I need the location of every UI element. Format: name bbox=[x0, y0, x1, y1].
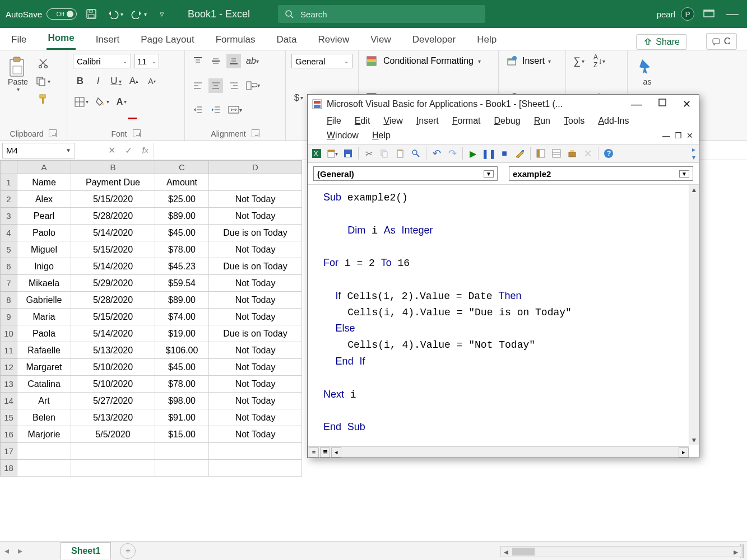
select-all-corner[interactable] bbox=[1, 161, 17, 174]
toolbar-overflow-icon[interactable]: ▸▾ bbox=[692, 146, 695, 161]
increase-font-icon[interactable]: A▴ bbox=[127, 74, 141, 88]
table-header-cell[interactable]: Name bbox=[17, 174, 71, 191]
redo-icon[interactable]: ▾ bbox=[129, 5, 147, 23]
qat-customize-icon[interactable]: ▿ bbox=[153, 5, 171, 23]
cell[interactable]: $74.00 bbox=[155, 309, 209, 325]
row-header[interactable]: 3 bbox=[1, 208, 17, 225]
row-header[interactable]: 4 bbox=[1, 225, 17, 241]
cell[interactable]: 5/28/2020 bbox=[71, 208, 155, 225]
cell[interactable]: $89.00 bbox=[155, 292, 209, 309]
cell[interactable]: Due is on Today bbox=[209, 325, 302, 342]
sort-filter-icon[interactable]: AZ↓▾ bbox=[592, 54, 607, 68]
column-header[interactable]: D bbox=[209, 161, 302, 174]
cell[interactable]: $106.00 bbox=[155, 342, 209, 359]
font-dialog-launcher[interactable] bbox=[133, 129, 141, 137]
vba-menu-add-ins[interactable]: Add-Ins bbox=[598, 116, 629, 126]
cell[interactable]: 5/14/2020 bbox=[71, 225, 155, 241]
cell[interactable]: Belen bbox=[17, 409, 71, 426]
row-header[interactable]: 1 bbox=[1, 174, 17, 191]
scroll-right-icon[interactable]: ▸ bbox=[731, 547, 741, 557]
cell[interactable]: Paolo bbox=[17, 225, 71, 241]
alignment-dialog-launcher[interactable] bbox=[252, 129, 259, 137]
cell[interactable]: $45.00 bbox=[155, 225, 209, 241]
save-icon[interactable] bbox=[82, 5, 100, 23]
vba-sub-close-icon[interactable]: ✕ bbox=[686, 131, 693, 140]
cell[interactable]: 5/29/2020 bbox=[71, 275, 155, 292]
wrap-text-icon[interactable]: ▾ bbox=[244, 78, 262, 93]
increase-indent-icon[interactable] bbox=[208, 102, 223, 117]
column-header[interactable]: B bbox=[71, 161, 155, 174]
cut-icon[interactable]: ✂ bbox=[363, 148, 374, 159]
cell[interactable]: Catalina bbox=[17, 376, 71, 393]
cell[interactable]: 5/14/2020 bbox=[71, 258, 155, 275]
cancel-formula-icon[interactable]: ✕ bbox=[103, 143, 120, 158]
cell[interactable]: Not Today bbox=[209, 426, 302, 443]
cell[interactable]: Not Today bbox=[209, 393, 302, 409]
cell[interactable] bbox=[209, 174, 302, 191]
fill-color-icon[interactable]: ▾ bbox=[94, 95, 111, 109]
search-box[interactable]: Search bbox=[278, 5, 485, 23]
cell[interactable] bbox=[209, 460, 302, 477]
ribbon-tab-page-layout[interactable]: Page Layout bbox=[140, 31, 195, 50]
row-header[interactable]: 12 bbox=[1, 359, 17, 376]
vba-title-bar[interactable]: Microsoft Visual Basic for Applications … bbox=[308, 95, 699, 114]
table-header-cell[interactable]: Payment Due bbox=[71, 174, 155, 191]
project-explorer-icon[interactable] bbox=[535, 148, 546, 159]
cell[interactable]: Mikaela bbox=[17, 275, 71, 292]
vba-view-full-icon[interactable]: ≡ bbox=[309, 447, 319, 458]
row-header[interactable]: 18 bbox=[1, 460, 17, 477]
cell[interactable]: Not Today bbox=[209, 376, 302, 393]
horizontal-scrollbar[interactable]: ◂ ▸ bbox=[500, 546, 741, 557]
cell[interactable]: $19.00 bbox=[155, 325, 209, 342]
cell[interactable]: Not Today bbox=[209, 275, 302, 292]
column-header[interactable]: A bbox=[17, 161, 71, 174]
cell[interactable]: Maria bbox=[17, 309, 71, 325]
autosave-toggle[interactable]: Off bbox=[47, 8, 77, 20]
scroll-left-icon[interactable]: ◂ bbox=[501, 547, 511, 557]
cell[interactable]: 5/15/2020 bbox=[71, 309, 155, 325]
cell[interactable] bbox=[17, 460, 71, 477]
minimize-icon[interactable]: — bbox=[723, 5, 741, 23]
enter-formula-icon[interactable]: ✓ bbox=[120, 143, 137, 158]
vba-menu-window[interactable]: Window bbox=[327, 130, 359, 141]
row-header[interactable]: 2 bbox=[1, 191, 17, 208]
align-center-icon[interactable] bbox=[208, 78, 223, 93]
cell[interactable]: Not Today bbox=[209, 241, 302, 258]
cell[interactable]: Paola bbox=[17, 325, 71, 342]
align-bottom-icon[interactable] bbox=[226, 54, 241, 68]
cell[interactable]: Due is on Today bbox=[209, 258, 302, 275]
vba-close-icon[interactable]: ✕ bbox=[683, 98, 691, 111]
undo-icon[interactable]: ▾ bbox=[106, 5, 124, 23]
cell[interactable]: 5/10/2020 bbox=[71, 376, 155, 393]
vba-minimize-icon[interactable]: — bbox=[631, 98, 642, 111]
row-header[interactable]: 6 bbox=[1, 258, 17, 275]
insert-module-icon[interactable]: ▾ bbox=[327, 148, 338, 159]
cell[interactable]: 5/10/2020 bbox=[71, 359, 155, 376]
align-middle-icon[interactable] bbox=[208, 54, 223, 68]
row-header[interactable]: 7 bbox=[1, 275, 17, 292]
ribbon-tab-developer[interactable]: Developer bbox=[411, 31, 457, 50]
cell[interactable]: Due is on Today bbox=[209, 225, 302, 241]
view-excel-icon[interactable]: X bbox=[311, 148, 322, 159]
vba-procedure-dropdown[interactable]: example2▼ bbox=[509, 166, 693, 181]
italic-button[interactable]: I bbox=[91, 74, 105, 88]
run-icon[interactable]: ▶ bbox=[467, 148, 479, 159]
ideas-button[interactable]: as bbox=[633, 54, 661, 88]
conditional-formatting-button[interactable]: Conditional Formatting bbox=[383, 56, 474, 66]
copy-icon[interactable]: ▾ bbox=[34, 74, 52, 88]
cell[interactable]: 5/27/2020 bbox=[71, 393, 155, 409]
autosum-icon[interactable]: ∑▾ bbox=[572, 54, 586, 68]
number-format-select[interactable]: General⌄ bbox=[291, 54, 352, 68]
format-painter-icon[interactable] bbox=[34, 92, 52, 106]
design-mode-icon[interactable] bbox=[514, 148, 526, 159]
ribbon-tab-file[interactable]: File bbox=[10, 31, 27, 50]
ribbon-tab-data[interactable]: Data bbox=[276, 31, 298, 50]
row-header[interactable]: 8 bbox=[1, 292, 17, 309]
ribbon-display-options-icon[interactable] bbox=[700, 5, 718, 23]
vba-menu-help[interactable]: Help bbox=[372, 130, 391, 141]
find-icon[interactable] bbox=[410, 148, 421, 159]
cell[interactable] bbox=[155, 460, 209, 477]
insert-cells-icon[interactable] bbox=[504, 54, 519, 68]
insert-function-icon[interactable]: fx bbox=[137, 143, 154, 158]
toolbox-icon[interactable] bbox=[582, 148, 593, 159]
